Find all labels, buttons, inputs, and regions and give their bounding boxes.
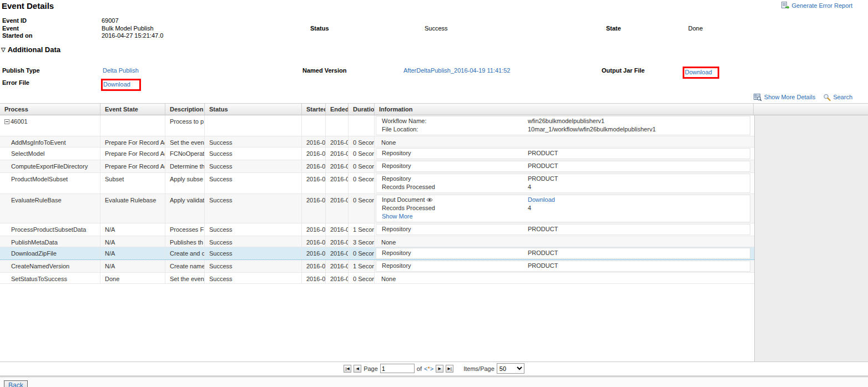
cell-status: Success [205,236,302,247]
minus-box-icon[interactable] [4,119,9,124]
show-more-link[interactable]: Show More [382,212,413,221]
process-name: ProductModelSubset [11,176,68,182]
info-label-text: Repository [382,262,411,270]
info-box: RepositoryPRODUCT [376,148,750,159]
info-line: Show More [382,212,750,221]
info-box: Workflow Name:wfin26bulkmodelpublisherv1… [376,116,750,135]
additional-data-fields: Publish Type Delta Publish Named Version… [0,67,868,91]
event-id-value: 69007 [102,17,308,25]
info-value: 4 [528,183,750,191]
event-id-label: Event ID [0,17,102,25]
cell-information: Input DocumentDownloadRecords Processed4… [375,194,754,223]
started-on-label: Started on [0,32,102,40]
table-row[interactable]: SelectModelPrepare For Record AcFCNoOper… [0,147,754,160]
total-pages-placeholder[interactable]: <*> [424,365,433,372]
info-label: Records Processed [382,183,528,191]
table-row[interactable]: PublishMetaDataN/APublishes thSuccess201… [0,236,754,247]
cell-started: 2016-04 [302,160,326,172]
cell-information: None [375,136,754,147]
cell-event-state: N/A [100,260,165,272]
table-row[interactable]: EvaluateRuleBaseEvaluate RulebaseApply v… [0,194,754,223]
items-per-page-select[interactable]: 50 [497,363,524,374]
show-more-details-link[interactable]: Show More Details [754,94,815,101]
triangle-down-open-icon: ▽ [1,47,6,53]
cell-description: Create name [165,260,205,272]
info-label-text: File Location: [382,125,418,134]
named-version-label: Named Version [300,67,403,74]
cell-description: FCNoOperat [165,147,205,160]
eye-icon[interactable] [426,197,433,202]
cell-ended: 2016-04 [326,194,349,223]
table-row[interactable]: DownloadZipFileN/ACreate and cSuccess201… [0,247,754,260]
cell-ended: 2016-04 [326,136,349,147]
cell-started: 2016-04 [302,223,326,236]
cell-duration: 0 Secon [349,273,375,283]
info-box: RepositoryPRODUCT [376,248,750,259]
table-row[interactable]: ComputeExportFileDirectoryPrepare For Re… [0,160,754,173]
output-jar-file-label: Output Jar File [599,67,684,74]
info-value: PRODUCT [528,162,750,170]
table-body: 46001Process to pWorkflow Name:wfin26bul… [0,115,868,361]
cell-description: Set the even [165,136,205,147]
output-jar-download-link[interactable]: Download [685,69,712,75]
cell-status: Success [205,194,302,223]
table-row[interactable]: AddMsgInfoToEventPrepare For Record AcSe… [0,136,754,147]
cell-ended [326,115,349,136]
additional-data-section-header[interactable]: ▽ Additional Data [1,45,868,54]
error-file-download-link[interactable]: Download [103,81,130,88]
generate-error-report-link[interactable]: Generate Error Report [781,2,852,9]
error-file-label: Error File [0,79,103,86]
cell-event-state: Prepare For Record Ac [100,147,165,160]
state-value: Done [688,25,868,33]
table-header-row: ProcessEvent StateDescriptionStatusStart… [0,103,868,115]
info-text: None [375,136,754,147]
back-button[interactable]: Back [4,380,28,387]
cell-information: RepositoryPRODUCT [375,147,754,160]
info-value: wfin26bulkmodelpublisherv1 [528,117,750,125]
table-row[interactable]: ProductModelSubsetSubsetApply subseSucce… [0,173,754,194]
table-row[interactable]: 46001Process to pWorkflow Name:wfin26bul… [0,115,754,136]
info-value: PRODUCT [528,249,750,257]
table-row[interactable]: CreateNamedVersionN/ACreate nameSuccess2… [0,260,754,273]
report-with-green-arrow-icon [781,2,790,9]
cell-duration [349,115,375,136]
cell-description: Process to p [165,115,205,136]
info-download-link[interactable]: Download [528,196,555,203]
prev-page-button[interactable]: ◀ [354,365,361,373]
last-page-button[interactable]: ▶| [446,365,453,373]
cell-ended: 2016-04 [326,173,349,194]
info-label: Input Document [382,196,528,204]
first-page-button[interactable]: |◀ [344,365,351,373]
cell-event-state: Prepare For Record Ac [100,160,165,172]
info-label-text: Repository [382,149,411,157]
event-details-page: Event Details Generate Error Report Even… [0,0,868,387]
cell-event-state: N/A [100,236,165,247]
cell-process: DownloadZipFile [0,247,100,259]
named-version-link[interactable]: AfterDeltaPublish_2016-04-19 11:41:52 [403,67,510,74]
cell-process: SelectModel [0,147,100,160]
table-magnifier-icon [754,94,762,101]
started-on-value: 2016-04-27 15:21:47.0 [102,32,308,40]
process-name: SetStatusToSuccess [11,276,67,282]
info-box: RepositoryPRODUCT [376,224,750,235]
publish-type-link[interactable]: Delta Publish [103,67,139,74]
column-header-information: Information [375,104,754,115]
info-line: RepositoryPRODUCT [382,162,750,170]
cell-process: 46001 [0,115,100,136]
cell-duration: 3 Secon [349,236,375,247]
table-row[interactable]: ProcessProductSubsetDataN/AProcesses FSu… [0,223,754,236]
info-label: Workflow Name: [382,117,528,125]
info-line: Input DocumentDownload [382,196,750,204]
search-link[interactable]: Search [823,94,852,101]
page-number-input[interactable] [380,364,415,373]
cell-ended: 2016-04 [326,247,349,259]
table-row[interactable]: SetStatusToSuccessDoneSet the evenSucces… [0,273,754,284]
cell-process: AddMsgInfoToEvent [0,136,100,147]
cell-started: 2016-04 [302,147,326,160]
info-label: Repository [382,225,528,233]
cell-status: Success [205,147,302,160]
cell-status: Success [205,223,302,236]
cell-duration: 1 Secon [349,260,375,272]
next-page-button[interactable]: ▶ [436,365,443,373]
search-label: Search [833,94,852,100]
